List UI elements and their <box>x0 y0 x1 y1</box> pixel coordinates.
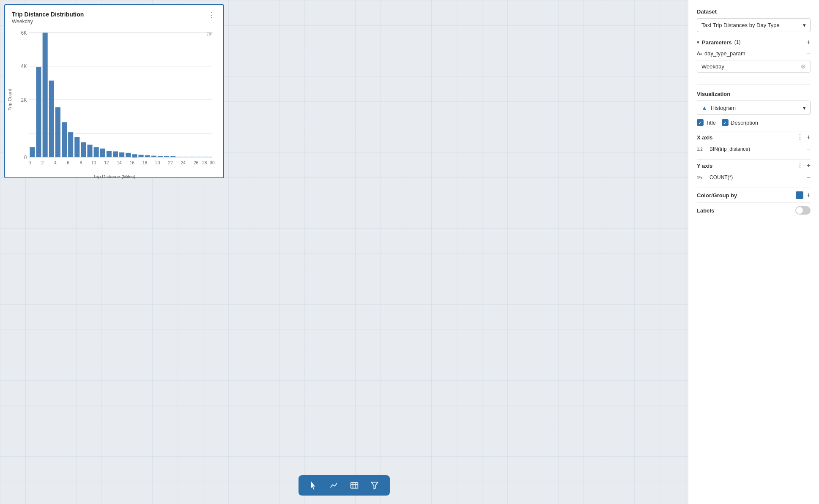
svg-rect-19 <box>94 147 99 157</box>
svg-text:14: 14 <box>117 160 121 165</box>
remove-y-field-button[interactable]: − <box>807 174 811 181</box>
svg-text:0: 0 <box>29 160 31 165</box>
svg-marker-59 <box>371 482 378 489</box>
svg-text:30: 30 <box>210 160 214 165</box>
y-axis-menu-button[interactable]: ⋮ <box>797 162 803 169</box>
svg-rect-13 <box>55 107 60 157</box>
svg-rect-17 <box>81 142 86 157</box>
svg-text:24: 24 <box>181 160 186 165</box>
svg-text:20: 20 <box>155 160 160 165</box>
svg-text:2: 2 <box>41 160 44 165</box>
description-checkbox-item[interactable]: ✓ Description <box>722 119 758 126</box>
chart-card: Trip Distance Distribution Weekday ⋮ ☞ T… <box>4 4 224 178</box>
svg-rect-12 <box>49 81 54 157</box>
parameters-label: Parameters <box>702 39 732 46</box>
svg-text:4: 4 <box>54 160 57 165</box>
dataset-chevron-icon: ▾ <box>803 22 806 28</box>
color-group-controls: + <box>796 191 811 199</box>
chart-svg: 6K 4K 2K 0 <box>12 28 216 172</box>
x-axis-field-row: 1.2 BIN(trip_distance) − <box>697 143 811 155</box>
filter-tool-button[interactable] <box>368 479 381 492</box>
cursor-tool-button[interactable] <box>307 479 320 492</box>
x-axis-header-right: ⋮ + <box>797 134 811 141</box>
y-field-name: COUNT(*) <box>709 174 733 180</box>
chart-menu-button[interactable]: ⋮ <box>207 11 216 19</box>
labels-label: Labels <box>697 207 714 214</box>
right-sidebar: Dataset Taxi Trip Distances by Day Type … <box>688 0 819 504</box>
svg-rect-27 <box>145 155 150 157</box>
dataset-label: Dataset <box>697 8 811 15</box>
color-group-label: Color/Group by <box>697 192 737 199</box>
parameters-header: ▾ Parameters (1) + <box>697 39 811 46</box>
add-color-group-button[interactable]: + <box>807 192 811 199</box>
svg-rect-55 <box>351 482 358 488</box>
cursor-icon: ☞ <box>206 30 213 39</box>
add-y-field-button[interactable]: + <box>807 162 811 169</box>
viz-type-label: Histogram <box>711 105 736 111</box>
svg-rect-22 <box>113 151 118 157</box>
svg-text:6: 6 <box>67 160 69 165</box>
param-value: Weekday <box>701 63 724 70</box>
x-field-name: BIN(trip_distance) <box>709 146 750 152</box>
svg-rect-24 <box>126 153 131 157</box>
svg-text:6K: 6K <box>21 30 27 35</box>
param-value-row[interactable]: Weekday ⊗ <box>697 60 811 73</box>
table-tool-button[interactable] <box>348 479 361 492</box>
svg-text:16: 16 <box>130 160 134 165</box>
description-checkbox-label: Description <box>731 120 758 126</box>
parameters-header-left: ▾ Parameters (1) <box>697 39 741 46</box>
remove-x-field-button[interactable]: − <box>807 146 811 153</box>
x-axis-header: X axis ⋮ + <box>697 131 811 143</box>
svg-rect-11 <box>43 33 48 157</box>
viz-type-select[interactable]: ▲ Histogram ▾ <box>697 101 811 115</box>
param-type-icon: Aₙ <box>697 51 702 56</box>
svg-rect-14 <box>62 122 67 157</box>
line-chart-tool-button[interactable] <box>327 479 341 492</box>
svg-rect-26 <box>138 155 143 157</box>
svg-text:0: 0 <box>24 154 27 160</box>
svg-rect-21 <box>107 151 112 157</box>
histogram-icon: ▲ <box>701 104 707 111</box>
svg-text:8: 8 <box>80 160 82 165</box>
svg-text:2K: 2K <box>21 97 27 103</box>
add-x-field-button[interactable]: + <box>807 134 811 141</box>
svg-rect-9 <box>30 147 35 157</box>
viz-options-row: ✓ Title ✓ Description <box>697 119 811 126</box>
svg-rect-20 <box>100 149 105 157</box>
toggle-knob <box>796 207 803 214</box>
remove-parameter-button[interactable]: − <box>807 50 811 57</box>
svg-rect-18 <box>87 145 92 157</box>
dataset-section: Dataset Taxi Trip Distances by Day Type … <box>697 8 811 39</box>
y-axis-label: Y axis <box>697 163 712 169</box>
param-name-label: day_type_param <box>704 50 745 57</box>
color-group-row: Color/Group by + <box>697 188 811 202</box>
labels-row: Labels <box>697 202 811 218</box>
y-axis-field-row: 1²₃ COUNT(*) − <box>697 172 811 183</box>
svg-rect-23 <box>119 153 124 157</box>
title-checkbox-label: Title <box>706 120 716 126</box>
labels-toggle[interactable] <box>795 206 811 215</box>
svg-text:18: 18 <box>142 160 147 165</box>
dataset-select[interactable]: Taxi Trip Distances by Day Type ▾ <box>697 18 811 32</box>
svg-text:22: 22 <box>168 160 173 165</box>
svg-rect-16 <box>74 137 79 157</box>
bottom-toolbar <box>299 475 390 496</box>
svg-text:4K: 4K <box>21 63 27 69</box>
visualization-section: Visualization ▲ Histogram ▾ ✓ Title ✓ De… <box>697 91 811 131</box>
x-axis-label: X axis <box>697 134 713 141</box>
chart-subtitle: Weekday <box>12 19 84 25</box>
title-checkbox[interactable]: ✓ <box>697 119 704 126</box>
description-checkbox[interactable]: ✓ <box>722 119 729 126</box>
x-axis-label: Trip Distance (Miles) <box>12 174 216 179</box>
x-axis-menu-button[interactable]: ⋮ <box>797 134 803 141</box>
y-axis-section: Y axis ⋮ + 1²₃ COUNT(*) − <box>697 159 811 183</box>
parameters-chevron-icon[interactable]: ▾ <box>697 40 699 45</box>
y-field-type: 1²₃ <box>697 175 707 180</box>
add-parameter-button[interactable]: + <box>807 39 811 46</box>
title-checkbox-item[interactable]: ✓ Title <box>697 119 716 126</box>
svg-text:12: 12 <box>104 160 109 165</box>
svg-rect-15 <box>68 132 73 157</box>
svg-rect-10 <box>36 67 41 157</box>
param-clear-button[interactable]: ⊗ <box>801 63 806 70</box>
main-canvas: Trip Distance Distribution Weekday ⋮ ☞ T… <box>0 0 688 504</box>
